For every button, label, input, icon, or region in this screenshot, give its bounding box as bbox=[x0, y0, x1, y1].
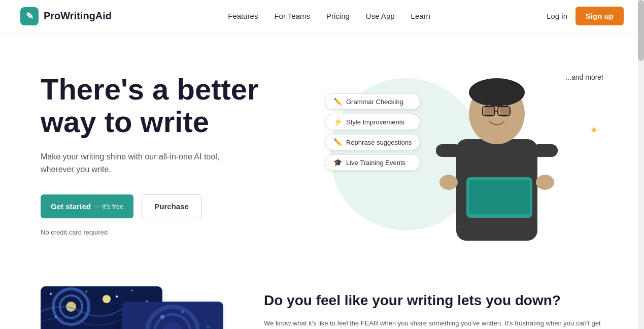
svg-point-35 bbox=[207, 325, 210, 328]
svg-point-20 bbox=[86, 291, 87, 292]
lower-heading: Do you feel like your writing lets you d… bbox=[264, 291, 614, 310]
nav-features[interactable]: Features bbox=[228, 12, 258, 20]
rephrase-icon: ✏️ bbox=[333, 138, 342, 146]
hero-section: There's a better way to write Make your … bbox=[0, 32, 644, 276]
svg-point-22 bbox=[131, 290, 133, 291]
free-label: — it's free bbox=[94, 203, 123, 210]
style-icon: ⚡ bbox=[333, 118, 342, 126]
lower-body-text: We know what it's like to feel the FEAR … bbox=[264, 318, 614, 329]
logo-icon: ✎ bbox=[20, 7, 39, 25]
signup-button[interactable]: Sign up bbox=[575, 7, 624, 25]
get-started-button[interactable]: Get started — it's free bbox=[41, 194, 133, 218]
feature-tag-training-label: Live Training Events bbox=[346, 159, 405, 167]
feature-tag-style: ⚡ Style Improvements bbox=[325, 114, 420, 130]
abstract-blue-card bbox=[122, 302, 223, 329]
feature-tag-training: 🎓 Live Training Events bbox=[325, 154, 420, 171]
svg-point-2 bbox=[469, 78, 525, 107]
hero-content: There's a better way to write Make your … bbox=[41, 63, 315, 236]
svg-point-34 bbox=[181, 310, 184, 313]
navbar: ✎ ProWritingAid Features For Teams Prici… bbox=[0, 0, 644, 32]
scrollbar[interactable] bbox=[638, 0, 644, 329]
lower-images: My idea in my head bbox=[41, 286, 233, 329]
feature-tag-grammar-label: Grammar Checking bbox=[346, 98, 403, 106]
svg-point-18 bbox=[103, 295, 111, 303]
logo[interactable]: ✎ ProWritingAid bbox=[20, 7, 112, 25]
feature-tag-grammar: ✏️ Grammar Checking bbox=[325, 93, 420, 110]
grammar-icon: ✏️ bbox=[333, 97, 342, 106]
abstract-blue-bg bbox=[122, 302, 223, 329]
deco-star-icon: ✦ bbox=[589, 124, 598, 137]
nav-for-teams[interactable]: For Teams bbox=[274, 12, 310, 20]
svg-rect-11 bbox=[532, 144, 558, 157]
training-icon: 🎓 bbox=[333, 158, 342, 167]
hero-image: ✏️ Grammar Checking ⚡ Style Improvements… bbox=[325, 63, 614, 256]
nav-pricing[interactable]: Pricing bbox=[326, 12, 350, 20]
nav-links: Features For Teams Pricing Use App Learn bbox=[228, 12, 430, 20]
nav-use-app[interactable]: Use App bbox=[366, 12, 395, 20]
person-svg bbox=[421, 58, 573, 241]
nav-learn[interactable]: Learn bbox=[411, 12, 430, 20]
abstract-svg bbox=[122, 302, 223, 329]
svg-point-19 bbox=[50, 293, 52, 295]
login-button[interactable]: Log in bbox=[547, 12, 567, 20]
scrollbar-thumb[interactable] bbox=[638, 0, 644, 61]
svg-rect-9 bbox=[469, 180, 530, 214]
lower-text-content: Do you feel like your writing lets you d… bbox=[264, 286, 614, 329]
feature-tag-rephrase: ✏️ Rephrase suggestions bbox=[325, 134, 420, 150]
svg-point-24 bbox=[55, 316, 57, 318]
logo-text: ProWritingAid bbox=[44, 10, 112, 22]
hero-title: There's a better way to write bbox=[41, 73, 315, 138]
svg-point-12 bbox=[439, 175, 458, 190]
svg-rect-10 bbox=[436, 144, 461, 157]
svg-point-33 bbox=[160, 315, 164, 319]
feature-tags: ✏️ Grammar Checking ⚡ Style Improvements… bbox=[325, 93, 420, 171]
person-illustration bbox=[421, 58, 583, 251]
hero-subtitle: Make your writing shine with our all-in-… bbox=[41, 150, 223, 176]
hero-buttons: Get started — it's free Purchase bbox=[41, 194, 315, 218]
purchase-button[interactable]: Purchase bbox=[142, 194, 201, 218]
feature-tag-style-label: Style Improvements bbox=[346, 118, 404, 126]
svg-point-13 bbox=[536, 175, 554, 190]
feature-tag-rephrase-label: Rephrase suggestions bbox=[346, 139, 412, 146]
nav-actions: Log in Sign up bbox=[547, 7, 624, 25]
no-credit-text: No credit card required bbox=[41, 228, 315, 236]
lower-section: My idea in my head Do you feel like your… bbox=[0, 276, 644, 329]
svg-point-21 bbox=[116, 295, 118, 298]
